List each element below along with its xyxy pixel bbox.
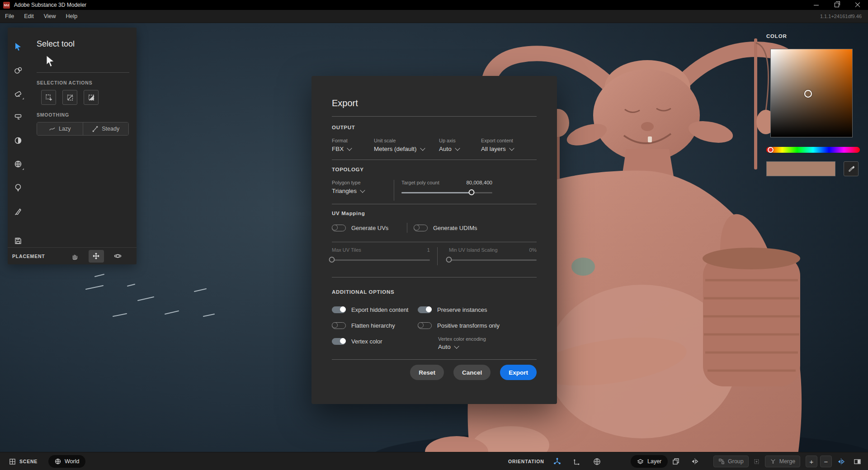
duplicate-button[interactable] bbox=[669, 455, 683, 468]
window-controls bbox=[806, 0, 868, 10]
export-button[interactable]: Export bbox=[500, 365, 537, 380]
texture-tool-button[interactable] bbox=[10, 156, 26, 172]
menu-file[interactable]: File bbox=[0, 10, 19, 23]
target-poly-count-slider[interactable] bbox=[401, 189, 492, 196]
chevron-down-icon bbox=[509, 146, 514, 150]
reset-button[interactable]: Reset bbox=[410, 365, 444, 380]
generate-uvs-toggle[interactable]: Generate UVs bbox=[332, 225, 407, 231]
toggle-switch[interactable] bbox=[332, 306, 346, 313]
flyout-indicator bbox=[22, 98, 24, 99]
toggle-switch[interactable] bbox=[332, 322, 346, 329]
hand-icon bbox=[71, 252, 78, 260]
hue-slider-handle[interactable] bbox=[768, 147, 774, 153]
smoothing-steady-button[interactable]: Steady bbox=[83, 122, 129, 135]
polygon-type-dropdown[interactable]: Polygon type Triangles bbox=[332, 180, 394, 201]
toggle-switch[interactable] bbox=[418, 306, 432, 313]
gizmo-icon bbox=[553, 458, 561, 465]
vertex-color-encoding-dropdown[interactable]: Vertex color encoding Auto bbox=[438, 336, 537, 350]
eyedropper-button[interactable] bbox=[844, 161, 859, 176]
scene-group: SCENE bbox=[9, 452, 38, 470]
select-tool-button[interactable] bbox=[10, 38, 26, 55]
deselect-button[interactable] bbox=[62, 90, 77, 105]
toggle-switch[interactable] bbox=[414, 225, 428, 231]
max-uv-tiles-control: Max UV Tiles 1 bbox=[332, 247, 430, 265]
eraser-tool-button[interactable] bbox=[10, 85, 26, 102]
group-options-button[interactable] bbox=[752, 455, 761, 468]
tool-panel-title: Select tool bbox=[37, 39, 129, 49]
mirror-button[interactable] bbox=[688, 455, 702, 468]
view-toggles bbox=[835, 452, 863, 470]
select-all-button[interactable] bbox=[41, 90, 56, 105]
invert-selection-button[interactable] bbox=[84, 90, 99, 105]
split-view-button[interactable] bbox=[851, 455, 863, 468]
format-dropdown[interactable]: Format FBX bbox=[332, 138, 374, 153]
steady-icon bbox=[92, 126, 99, 132]
close-button[interactable] bbox=[847, 0, 868, 10]
eyedropper-icon bbox=[848, 165, 855, 173]
toggle-switch[interactable] bbox=[332, 225, 346, 231]
output-fields: Format FBX Unit scale Meters (default) U… bbox=[332, 138, 537, 153]
save-button[interactable] bbox=[10, 233, 26, 249]
color-picker-cursor[interactable] bbox=[804, 90, 812, 98]
menu-help[interactable]: Help bbox=[61, 10, 83, 23]
smoothing-lazy-button[interactable]: Lazy bbox=[37, 122, 83, 135]
positive-transforms-only-toggle[interactable]: Positive transforms only bbox=[418, 320, 537, 330]
clay-tool-button[interactable] bbox=[10, 62, 26, 78]
minimize-button[interactable] bbox=[806, 0, 826, 10]
move-axes-icon bbox=[573, 458, 581, 465]
zoom-out-button[interactable]: − bbox=[820, 456, 832, 467]
topology-row: Polygon type Triangles Target poly count… bbox=[332, 180, 537, 201]
output-section-label: OUTPUT bbox=[332, 125, 537, 130]
export-content-dropdown[interactable]: Export content All layers bbox=[481, 138, 537, 153]
flatten-hierarchy-toggle[interactable]: Flatten hierarchy bbox=[332, 320, 418, 330]
preserve-instances-toggle[interactable]: Preserve instances bbox=[418, 305, 537, 315]
symmetry-icon bbox=[837, 458, 845, 465]
flatten-tool-button[interactable] bbox=[10, 109, 26, 125]
layer-button[interactable]: Layer bbox=[631, 455, 668, 468]
zoom-in-button[interactable]: + bbox=[806, 456, 817, 467]
paint-tool-button[interactable] bbox=[10, 203, 26, 219]
dialog-title: Export bbox=[332, 98, 537, 108]
cancel-button[interactable]: Cancel bbox=[453, 365, 491, 380]
up-axis-dropdown[interactable]: Up axis Auto bbox=[439, 138, 481, 153]
world-button[interactable]: World bbox=[48, 455, 85, 468]
menu-view[interactable]: View bbox=[39, 10, 61, 23]
orientation-gizmo-button[interactable] bbox=[551, 455, 564, 468]
hand-mode-button[interactable] bbox=[67, 250, 82, 263]
minimize-icon bbox=[814, 5, 819, 5]
generate-udims-toggle[interactable]: Generate UDIMs bbox=[414, 225, 477, 231]
smoothing-modes: Lazy Steady bbox=[37, 122, 129, 136]
orbit-mode-button[interactable] bbox=[110, 250, 126, 263]
orientation-world-button[interactable] bbox=[590, 455, 604, 468]
hue-slider[interactable] bbox=[766, 147, 860, 153]
chevron-down-icon bbox=[347, 146, 352, 150]
merge-button[interactable]: Merge bbox=[765, 456, 800, 467]
group-button[interactable]: Group bbox=[713, 456, 749, 467]
move-mode-button[interactable] bbox=[89, 250, 104, 263]
invert-selection-icon bbox=[88, 94, 95, 101]
current-color-swatch[interactable] bbox=[766, 161, 835, 176]
unit-scale-dropdown[interactable]: Unit scale Meters (default) bbox=[374, 138, 439, 153]
symmetry-button[interactable] bbox=[835, 455, 847, 468]
crease-tool-button[interactable] bbox=[10, 132, 26, 149]
status-bar: SCENE World ORIENTATION Layer bbox=[0, 452, 868, 470]
saturation-value-picker[interactable] bbox=[770, 49, 853, 137]
vertex-color-toggle[interactable]: Vertex color bbox=[332, 336, 418, 346]
export-hidden-content-toggle[interactable]: Export hidden content bbox=[332, 305, 418, 315]
restore-button[interactable] bbox=[826, 0, 847, 10]
uv-mapping-section-label: UV Mapping bbox=[332, 211, 537, 216]
min-uv-island-scaling-control: Min UV Island Scaling 0% bbox=[449, 247, 537, 265]
inflate-tool-button[interactable] bbox=[10, 179, 26, 196]
additional-options-label: ADDITIONAL OPTIONS bbox=[332, 289, 537, 295]
menu-edit[interactable]: Edit bbox=[19, 10, 39, 23]
placement-label: PLACEMENT bbox=[12, 254, 45, 259]
toggle-switch[interactable] bbox=[332, 338, 346, 345]
uv-sliders-row: Max UV Tiles 1 Min UV Island Scaling 0% bbox=[332, 247, 537, 265]
tool-options: Select tool SELECTION ACTIONS SMOOTHING bbox=[37, 28, 129, 136]
min-uv-island-scaling-slider bbox=[449, 257, 537, 263]
toggle-switch[interactable] bbox=[418, 322, 432, 329]
layer-actions bbox=[669, 452, 702, 470]
select-tool-icon bbox=[14, 42, 23, 51]
orientation-move-button[interactable] bbox=[571, 455, 584, 468]
slider-handle[interactable] bbox=[468, 189, 474, 195]
